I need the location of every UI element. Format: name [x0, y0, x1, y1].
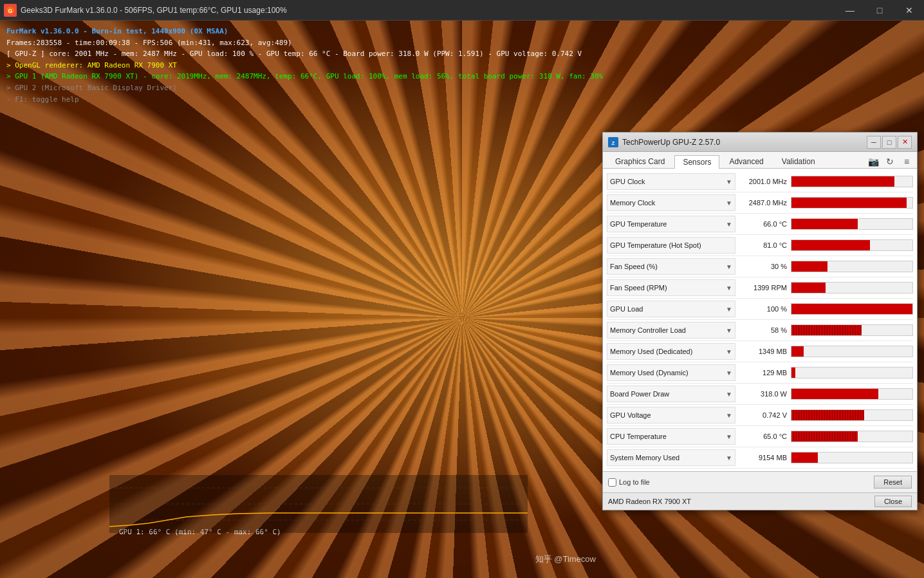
tab-sensors[interactable]: Sensors — [674, 155, 719, 169]
sensor-name-2: GPU Temperature▼ — [607, 216, 735, 232]
sensor-dropdown-12[interactable]: ▼ — [726, 433, 732, 440]
gpuz-maximize[interactable]: □ — [882, 136, 896, 149]
svg-text:G: G — [8, 8, 12, 14]
sensor-value-1: 2487.0 MHz — [738, 199, 790, 207]
sensor-bar-1 — [791, 198, 907, 208]
sensor-row-2: GPU Temperature▼66.0 °C — [607, 214, 913, 235]
sensor-row-10: Board Power Draw▼318.0 W — [607, 384, 913, 405]
sensor-dropdown-9[interactable]: ▼ — [726, 369, 732, 377]
sensor-dropdown-0[interactable]: ▼ — [726, 178, 732, 185]
furmark-line1: FurMark v1.36.0.0 - Burn-in test, 1440x9… — [6, 26, 603, 37]
sensor-bar-9 — [791, 368, 795, 378]
sensor-bar-4 — [791, 261, 827, 272]
reset-button[interactable]: Reset — [874, 476, 912, 489]
sensor-bar-10 — [791, 389, 878, 399]
sensor-row-12: CPU Temperature▼65.0 °C — [607, 426, 913, 447]
sensor-dropdown-5[interactable]: ▼ — [726, 284, 732, 292]
sensor-bar-container-11 — [791, 409, 913, 421]
gpu-name: AMD Radeon RX 7900 XT — [608, 498, 691, 505]
tab-advanced[interactable]: Advanced — [721, 154, 772, 168]
sensor-bar-2 — [791, 219, 858, 229]
sensor-name-4: Fan Speed (%)▼ — [607, 258, 735, 275]
sensor-value-5: 1399 RPM — [738, 284, 790, 292]
sensor-bar-container-3 — [791, 239, 913, 251]
sensor-bar-7 — [791, 325, 862, 335]
gpuz-window: Z TechPowerUp GPU-Z 2.57.0 ─ □ ✕ Graphic… — [602, 132, 918, 510]
refresh-icon[interactable]: ↻ — [883, 155, 896, 168]
sensor-value-9: 129 MB — [738, 369, 790, 377]
minimize-button[interactable]: — — [835, 0, 865, 21]
gpuz-tab-icons: 📷 ↻ ≡ — [867, 155, 913, 168]
sensor-name-3: GPU Temperature (Hot Spot) — [607, 237, 735, 254]
furmark-line6: > GPU 2 (Microsoft Basic Display Driver) — [6, 82, 603, 94]
sensor-bar-11 — [791, 410, 864, 420]
sensor-name-0: GPU Clock▼ — [607, 173, 735, 190]
sensor-dropdown-13[interactable]: ▼ — [726, 454, 732, 461]
sensor-row-5: Fan Speed (RPM)▼1399 RPM — [607, 277, 913, 299]
sensor-row-1: Memory Clock▼2487.0 MHz — [607, 192, 913, 214]
sensor-value-10: 318.0 W — [738, 390, 790, 398]
title-bar: G Geeks3D FurMark v1.36.0.0 - 506FPS, GP… — [0, 0, 924, 21]
sensor-bar-container-8 — [791, 346, 913, 357]
camera-icon[interactable]: 📷 — [867, 155, 880, 168]
sensor-dropdown-4[interactable]: ▼ — [726, 263, 732, 270]
sensor-bar-container-9 — [791, 367, 913, 378]
sensor-bar-5 — [791, 283, 826, 293]
sensor-name-1: Memory Clock▼ — [607, 194, 735, 211]
window-controls: — □ ✕ — [835, 0, 924, 21]
close-button[interactable]: ✕ — [894, 0, 924, 21]
gpuz-icon: Z — [608, 137, 618, 147]
sensor-name-12: CPU Temperature▼ — [607, 428, 735, 445]
sensor-value-13: 9154 MB — [738, 454, 790, 461]
maximize-button[interactable]: □ — [865, 0, 894, 21]
sensor-dropdown-11[interactable]: ▼ — [726, 412, 732, 419]
sensor-row-7: Memory Controller Load▼58 % — [607, 320, 913, 341]
sensor-row-9: Memory Used (Dynamic)▼129 MB — [607, 362, 913, 384]
log-checkbox[interactable] — [608, 478, 616, 487]
sensor-name-8: Memory Used (Dedicated)▼ — [607, 343, 735, 360]
furmark-line7: - F1: toggle help — [6, 94, 603, 106]
gpuz-minimize[interactable]: ─ — [867, 136, 881, 149]
sensor-bar-0 — [791, 176, 894, 187]
sensor-name-9: Memory Used (Dynamic)▼ — [607, 364, 735, 381]
furmark-info: FurMark v1.36.0.0 - Burn-in test, 1440x9… — [6, 26, 603, 105]
sensor-bar-container-1 — [791, 197, 913, 209]
sensor-value-2: 66.0 °C — [738, 220, 790, 228]
gpuz-win-controls: ─ □ ✕ — [867, 136, 912, 149]
menu-icon[interactable]: ≡ — [900, 155, 913, 168]
sensor-dropdown-8[interactable]: ▼ — [726, 348, 732, 355]
sensor-row-4: Fan Speed (%)▼30 % — [607, 256, 913, 277]
sensor-row-11: GPU Voltage▼0.742 V — [607, 405, 913, 426]
sensor-bar-container-7 — [791, 324, 913, 336]
sensor-value-6: 100 % — [738, 305, 790, 313]
temperature-graph — [109, 475, 528, 533]
gpuz-footer: AMD Radeon RX 7900 XT Close — [603, 492, 917, 510]
sensor-dropdown-7[interactable]: ▼ — [726, 327, 732, 334]
sensor-name-13: System Memory Used▼ — [607, 449, 735, 466]
gpuz-tabs: Graphics Card Sensors Advanced Validatio… — [603, 152, 917, 169]
sensor-bar-3 — [791, 240, 870, 250]
sensor-name-5: Fan Speed (RPM)▼ — [607, 279, 735, 296]
sensor-bar-container-13 — [791, 452, 913, 463]
sensor-name-10: Board Power Draw▼ — [607, 386, 735, 402]
title-bar-text: Geeks3D FurMark v1.36.0.0 - 506FPS, GPU1… — [21, 6, 835, 15]
sensor-dropdown-1[interactable]: ▼ — [726, 200, 732, 207]
gpuz-bottom-bar: Log to file Reset — [603, 471, 917, 492]
sensor-bar-container-10 — [791, 388, 913, 400]
sensor-bar-6 — [791, 304, 912, 314]
sensor-row-13: System Memory Used▼9154 MB — [607, 447, 913, 469]
sensor-row-6: GPU Load▼100 % — [607, 299, 913, 320]
svg-text:Z: Z — [612, 140, 615, 146]
tab-graphics-card[interactable]: Graphics Card — [607, 154, 673, 168]
furmark-line3: [ GPU-Z ] core: 2001 MHz - mem: 2487 MHz… — [6, 48, 603, 60]
tab-validation[interactable]: Validation — [773, 154, 824, 168]
gpuz-footer-close[interactable]: Close — [874, 496, 912, 507]
sensor-dropdown-6[interactable]: ▼ — [726, 306, 732, 313]
app-icon: G — [4, 4, 17, 17]
gpuz-close[interactable]: ✕ — [898, 136, 912, 149]
sensor-value-12: 65.0 °C — [738, 433, 790, 440]
sensor-dropdown-2[interactable]: ▼ — [726, 221, 732, 228]
sensor-value-3: 81.0 °C — [738, 241, 790, 249]
sensor-dropdown-10[interactable]: ▼ — [726, 391, 732, 398]
sensor-bar-container-2 — [791, 218, 913, 230]
